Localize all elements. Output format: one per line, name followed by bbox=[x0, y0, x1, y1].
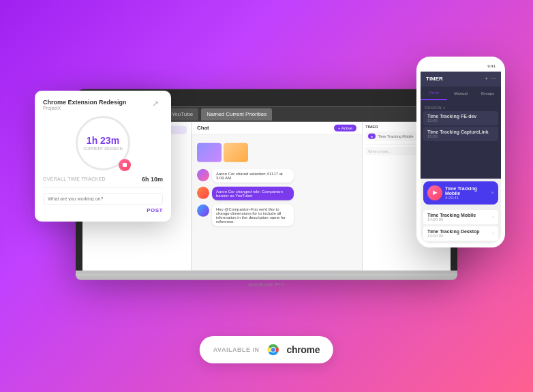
chrome-text: chrome bbox=[286, 344, 320, 355]
phone-list-item-1[interactable]: Time Tracking FE-dev 12:00 bbox=[423, 111, 498, 125]
chat-message-1: Aaron Cor shared selection 41117 at 3:09… bbox=[197, 168, 356, 182]
section-header: Design > bbox=[423, 103, 498, 111]
chrome-badge[interactable]: AVAILABLE IN chrome bbox=[200, 336, 333, 363]
phone-tab-manual[interactable]: Manual bbox=[447, 87, 474, 100]
timer-display: 1h 23m bbox=[83, 136, 123, 145]
image-thumbnails bbox=[197, 142, 356, 162]
main-header: Chat + Active bbox=[192, 121, 362, 134]
phone-tabs: Timer Manual Groups bbox=[421, 87, 501, 100]
phone-tab-groups[interactable]: Groups bbox=[474, 87, 501, 100]
tab-named-current[interactable]: Named Current Priorities bbox=[201, 108, 272, 120]
overall-label: OVERALL TIME TRACKED bbox=[43, 177, 106, 181]
phone-entries: Time Tracking Mobile 14:00:00 › Time Tra… bbox=[421, 207, 501, 243]
screen-main: Chat + Active bbox=[192, 121, 362, 270]
message-bubble: Aaron Cor shared selection 41117 at 3:09… bbox=[212, 168, 294, 182]
timer-play-button[interactable]: ▶ bbox=[427, 185, 442, 200]
available-text: AVAILABLE IN bbox=[213, 346, 260, 353]
stop-button[interactable] bbox=[119, 159, 131, 171]
overall-time-row: OVERALL TIME TRACKED 6h 10m bbox=[43, 176, 163, 183]
mobile-phone: 9:41 TIMER + ⋯ Timer Manual Groups bbox=[416, 57, 505, 247]
phone-screen: 9:41 TIMER + ⋯ Timer Manual Groups bbox=[421, 61, 501, 243]
task-input[interactable] bbox=[43, 193, 163, 205]
phone-list: Design > Time Tracking FE-dev 12:00 Time… bbox=[421, 100, 501, 179]
phone-list-item-2[interactable]: Time Tracking CaptureLink 15:00 bbox=[423, 127, 498, 141]
timer-circle: 1h 23m CURRENT SESSION bbox=[43, 116, 163, 170]
entry-1[interactable]: Time Tracking Mobile 14:00:00 › bbox=[423, 210, 498, 224]
avatar bbox=[197, 186, 209, 198]
chat-message-3: Hey @Companion-Foo we'd like to change d… bbox=[197, 204, 356, 226]
entry-2[interactable]: Time Tracking Desktop 14:00:00 › bbox=[423, 226, 498, 241]
ext-title: Chrome Extension Redesign bbox=[43, 99, 127, 106]
extension-popup: Chrome Extension Redesign ProjectX ↗ 1h … bbox=[35, 91, 171, 222]
chevron-right-icon: › bbox=[492, 230, 494, 237]
svg-point-2 bbox=[271, 348, 275, 352]
timer-label: CURRENT SESSION bbox=[83, 147, 123, 151]
chat-messages: Aaron Cor shared selection 41117 at 3:09… bbox=[192, 134, 362, 231]
avatar bbox=[197, 168, 209, 181]
overall-value: 6h 10m bbox=[142, 176, 163, 183]
phone-status-bar: 9:41 bbox=[421, 61, 501, 72]
message-bubble: Hey @Companion-Foo we'd like to change d… bbox=[212, 204, 294, 226]
image-thumb-1 bbox=[197, 142, 222, 162]
phone-tab-timer[interactable]: Timer bbox=[421, 87, 447, 100]
external-link-icon[interactable]: ↗ bbox=[152, 99, 163, 110]
divider bbox=[43, 187, 163, 187]
active-timer: ▶ Time Tracking Mobile 4:29:41 × bbox=[423, 181, 498, 205]
action-button[interactable]: + Active bbox=[334, 124, 356, 131]
phone-topbar: TIMER + ⋯ bbox=[421, 72, 501, 87]
image-thumb-2 bbox=[224, 142, 248, 162]
post-button-wrapper: POST bbox=[43, 207, 163, 213]
scene: Marketing Advertising YouTube Named Curr… bbox=[14, 16, 519, 377]
timer-info: Time Tracking Mobile 4:29:41 bbox=[445, 186, 488, 200]
laptop-bottom bbox=[76, 273, 457, 280]
avatar bbox=[197, 204, 209, 216]
chat-message-2: Aaron Cor changed role: Companion banner… bbox=[197, 186, 356, 200]
timer-outer-ring: 1h 23m CURRENT SESSION bbox=[76, 116, 130, 170]
post-button[interactable]: POST bbox=[147, 207, 163, 213]
main-actions: + Active bbox=[334, 124, 356, 131]
stop-icon bbox=[123, 163, 127, 167]
chevron-right-icon: › bbox=[492, 214, 494, 220]
ext-header: Chrome Extension Redesign ProjectX ↗ bbox=[43, 99, 163, 110]
message-bubble-highlighted: Aaron Cor changed role: Companion banner… bbox=[212, 186, 294, 200]
chrome-logo-icon bbox=[264, 342, 281, 358]
ext-subtitle: ProjectX bbox=[43, 106, 127, 110]
laptop-label: MacBook Pro bbox=[76, 281, 457, 287]
phone-title: TIMER bbox=[426, 76, 443, 82]
close-icon[interactable]: × bbox=[491, 190, 494, 196]
